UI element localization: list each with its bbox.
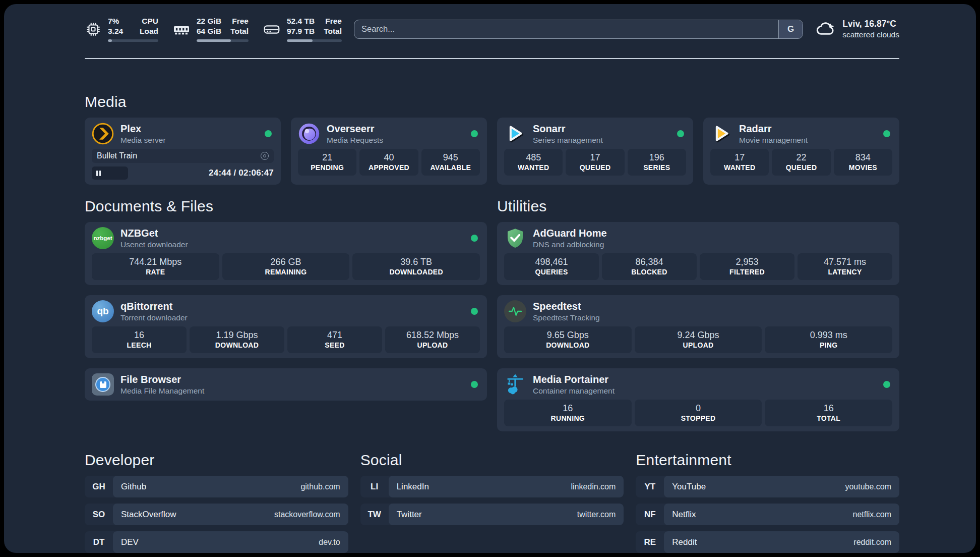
link-url: github.com (300, 482, 340, 491)
link-name: LinkedIn (397, 482, 429, 492)
stat-label: STOPPED (637, 414, 760, 423)
stat-label: LEECH (94, 341, 185, 350)
card-radarr[interactable]: Radarr Movie management 17 WANTED 22 QUE… (703, 118, 899, 185)
card-subtitle: Container management (533, 386, 615, 396)
topbar: 7%3.24 CPULoad (85, 16, 899, 42)
status-dot (471, 381, 478, 388)
link-url: dev.to (319, 538, 340, 547)
pause-icon (96, 171, 101, 176)
link-url: youtube.com (845, 482, 891, 491)
link-body: Netflix netflix.com (664, 504, 899, 525)
link-body: DEV dev.to (113, 531, 348, 553)
card-speedtest[interactable]: Speedtest Speedtest Tracking 9.65 Gbps D… (497, 295, 899, 358)
card-subtitle: Torrent downloader (120, 313, 188, 322)
link-body: Twitter twitter.com (389, 504, 624, 525)
card-overseerr[interactable]: Overseerr Media Requests 21 PENDING 40 A… (291, 118, 487, 185)
stat-tile: 16 RUNNING (504, 400, 632, 426)
stat-tile: 2,953 FILTERED (700, 253, 794, 280)
link-dev[interactable]: DT DEV dev.to (85, 531, 348, 553)
card-qbittorrent[interactable]: qb qBittorrent Torrent downloader 16 LEE… (85, 295, 487, 358)
adguard-icon (504, 227, 526, 249)
link-url: reddit.com (853, 538, 891, 547)
stat-label: QUEUED (774, 163, 828, 172)
stat-label: BLOCKED (604, 268, 695, 276)
link-twitter[interactable]: TW Twitter twitter.com (360, 504, 624, 525)
stat-value: 16 (506, 403, 630, 414)
link-name: Github (121, 482, 146, 492)
link-linkedin[interactable]: LI LinkedIn linkedin.com (360, 476, 624, 497)
now-playing-widget: Bullet Train 24:44 / 02:06:47 (92, 149, 274, 180)
link-url: stackoverflow.com (274, 510, 340, 519)
status-dot (265, 130, 272, 137)
card-title: File Browser (120, 373, 204, 385)
card-subtitle: Media Requests (327, 136, 383, 145)
stat-value: 618.52 Mbps (387, 329, 478, 341)
memory-icon (172, 20, 191, 38)
card-portainer[interactable]: Media Portainer Container management 16 … (497, 368, 899, 431)
status-dot (471, 130, 478, 137)
stat-value: 9.24 Gbps (637, 329, 760, 341)
stat-label: RUNNING (506, 414, 630, 423)
stat-label: TOTAL (767, 414, 890, 423)
status-dot (883, 130, 890, 137)
google-search-button[interactable]: G (778, 20, 803, 38)
stat-label: QUERIES (506, 268, 597, 276)
search-input[interactable] (354, 20, 778, 38)
link-stackoverflow[interactable]: SO StackOverflow stackoverflow.com (85, 504, 348, 525)
link-tag: LI (360, 476, 389, 497)
stat-label: SEED (289, 341, 380, 350)
link-url: linkedin.com (571, 482, 616, 491)
stat-value: 39.6 TB (354, 256, 478, 267)
link-tag: RE (636, 531, 664, 553)
cpu-stat: 7%3.24 CPULoad (85, 16, 158, 42)
weather-widget: Lviv, 16.87°C scattered clouds (815, 18, 899, 41)
status-dot (677, 130, 684, 137)
link-url: twitter.com (577, 510, 616, 519)
stat-value: 1.19 Gbps (192, 329, 282, 341)
stat-tile: 744.21 Mbps RATE (92, 253, 219, 280)
stat-tile: 618.52 Mbps UPLOAD (385, 326, 480, 353)
link-url: netflix.com (853, 510, 891, 519)
memory-values: 22 GiB64 GiB (197, 16, 221, 36)
stat-label: DOWNLOAD (506, 341, 630, 350)
now-playing-icon[interactable] (261, 152, 269, 160)
stat-label: QUEUED (568, 163, 622, 172)
card-adguard[interactable]: AdGuard Home DNS and adblocking 498,461 … (497, 222, 899, 285)
disk-values: 52.4 TB97.9 TB (287, 16, 315, 36)
nzbget-icon: nzbget (92, 227, 114, 249)
link-youtube[interactable]: YT YouTube youtube.com (636, 476, 899, 497)
stat-value: 9.65 Gbps (506, 329, 630, 341)
link-tag: YT (636, 476, 664, 497)
stat-tile: 0 STOPPED (635, 400, 762, 426)
stat-value: 485 (506, 152, 561, 163)
card-subtitle: Media File Management (120, 386, 204, 396)
link-reddit[interactable]: RE Reddit reddit.com (636, 531, 899, 553)
link-tag: TW (360, 504, 389, 525)
stat-tile: 471 SEED (287, 326, 382, 353)
dashboard: 7%3.24 CPULoad (4, 4, 976, 553)
stat-tile: 22 QUEUED (772, 149, 830, 176)
portainer-icon (504, 373, 526, 396)
link-name: Twitter (397, 510, 422, 520)
link-github[interactable]: GH Github github.com (85, 476, 348, 497)
card-filebrowser[interactable]: File Browser Media File Management (85, 368, 487, 401)
stat-tile: 17 WANTED (710, 149, 769, 176)
link-netflix[interactable]: NF Netflix netflix.com (636, 504, 899, 525)
stat-tile: 0.993 ms PING (765, 326, 892, 353)
stat-value: 16 (767, 403, 890, 414)
stat-value: 17 (712, 152, 767, 163)
track-title: Bullet Train (97, 151, 137, 160)
playback-progress (92, 166, 128, 180)
card-nzbget[interactable]: nzbget NZBGet Usenet downloader 744.21 M… (85, 222, 487, 285)
stat-label: UPLOAD (637, 341, 760, 350)
stat-label: SERIES (630, 163, 684, 172)
card-plex[interactable]: Plex Media server Bullet Train 24:44 (85, 118, 281, 185)
card-title: Radarr (739, 123, 808, 135)
link-name: Reddit (672, 537, 697, 547)
section-heading-developer: Developer (85, 452, 348, 469)
card-subtitle: Usenet downloader (120, 240, 188, 249)
card-sonarr[interactable]: Sonarr Series management 485 WANTED 17 Q… (497, 118, 693, 185)
section-heading-entertainment: Entertainment (636, 452, 899, 469)
card-title: NZBGet (120, 227, 188, 239)
memory-progress-bar (197, 39, 249, 42)
